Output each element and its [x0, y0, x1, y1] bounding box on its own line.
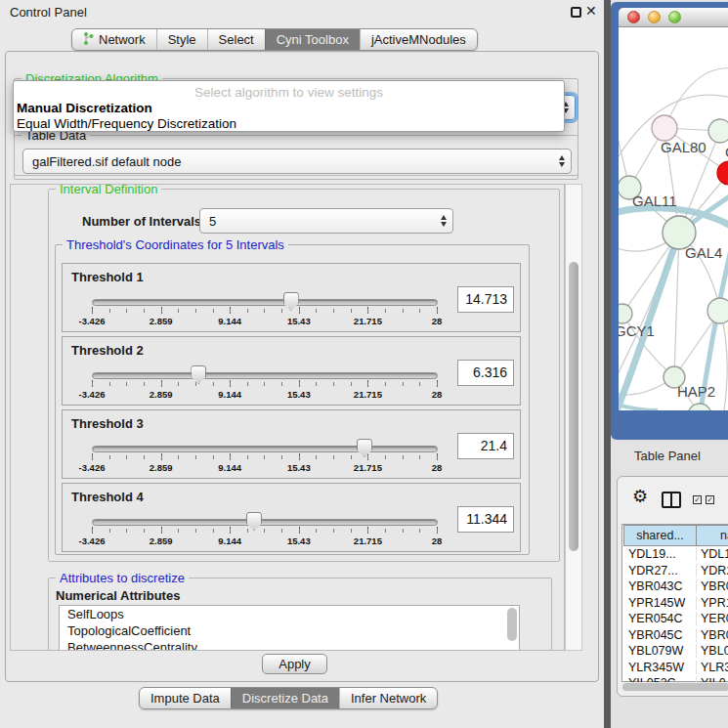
threshold-value-field[interactable]: 6.316	[457, 360, 514, 386]
cell-shared-name: YLR345W	[623, 661, 697, 674]
tick-label: -3.426	[79, 462, 106, 473]
tick-label: 2.859	[150, 316, 173, 326]
slider-minor-ticks	[92, 382, 439, 386]
zoom-traffic-light-icon[interactable]	[668, 11, 681, 23]
table-panel-window: ⚙ ✓ ✓ shared... na YDL19...YDL1 YDR27...…	[617, 476, 728, 697]
tab-infer-network[interactable]: Infer Network	[339, 688, 437, 708]
column-header-shared-name[interactable]: shared...	[623, 525, 697, 546]
list-item[interactable]: BetweennessCentrality	[60, 639, 519, 651]
attributes-group: Attributes to discretize Numerical Attri…	[48, 578, 552, 651]
threshold-label: Threshold 4	[71, 490, 144, 504]
apply-button[interactable]: Apply	[262, 654, 327, 674]
checkbox-icon[interactable]: ✓	[693, 495, 702, 504]
numerical-attributes-list: SelfLoops TopologicalCoefficient Between…	[59, 605, 520, 651]
table-horizontal-scrollbar[interactable]	[621, 682, 728, 692]
node[interactable]	[688, 404, 711, 410]
network-canvas[interactable]: GAL80 G C GAL11 GAL4 GCY1 H HAP2	[619, 27, 728, 410]
threshold-slider-track[interactable]	[92, 299, 438, 306]
table-panel-titlebar[interactable]: Table Panel	[611, 442, 728, 471]
table-data-combobox[interactable]: galFiltered.sif default node	[22, 149, 572, 174]
control-panel-titlebar[interactable]: Control Panel ✕	[0, 0, 604, 23]
tab-select[interactable]: Select	[207, 29, 265, 50]
table-header-row: shared... na	[623, 525, 728, 546]
combo-stepper-icon	[559, 155, 565, 167]
tab-label: jActiveMNodules	[371, 32, 466, 47]
tick-label: 2.859	[150, 389, 173, 400]
tick-label: 28	[432, 316, 443, 326]
split-view-icon[interactable]	[662, 492, 681, 508]
popup-prompt: Select algorithm to view settings	[14, 81, 564, 101]
cell-name: YBR0	[697, 628, 728, 642]
node-label-gcy1: GCY1	[619, 322, 655, 339]
float-window-icon[interactable]	[571, 7, 581, 18]
number-of-intervals-combobox[interactable]: 5	[199, 208, 453, 234]
list-item[interactable]: TopologicalCoefficient	[60, 622, 519, 639]
scrollbar-thumb[interactable]	[622, 683, 728, 691]
node[interactable]	[707, 298, 728, 323]
node-gal80[interactable]	[652, 115, 677, 141]
cell-name: YBL0	[697, 644, 728, 658]
threshold-panel-2: Threshold 2 -3.426 2.859 9.144 15.43 21.…	[62, 336, 521, 406]
threshold-value-field[interactable]: 14.713	[457, 286, 514, 313]
table-row[interactable]: YIL052CYIL0	[623, 675, 728, 682]
network-window-titlebar[interactable]	[619, 8, 728, 27]
tab-style[interactable]: Style	[156, 29, 207, 50]
table-panel-title: Table Panel	[634, 449, 701, 463]
list-scrollbar[interactable]	[507, 608, 517, 641]
list-item[interactable]: SelfLoops	[60, 606, 519, 622]
table-row[interactable]: YBR045CYBR0	[623, 627, 728, 644]
popup-option-manual-discretization[interactable]: Manual Discretization	[14, 101, 564, 116]
table-data-group: Table Data galFiltered.sif default node	[14, 135, 578, 180]
tab-cyni-toolbox[interactable]: Cyni Toolbox	[265, 29, 360, 50]
table-row[interactable]: YPR145WYPR1	[623, 595, 728, 612]
tab-impute-data[interactable]: Impute Data	[140, 688, 231, 708]
threshold-slider-track[interactable]	[92, 519, 438, 526]
table-row[interactable]: YLR345WYLR3	[623, 660, 728, 676]
cell-shared-name: YDR27...	[623, 564, 697, 578]
tab-discretize-data[interactable]: Discretize Data	[231, 688, 339, 708]
node[interactable]	[708, 119, 728, 143]
table-row[interactable]: YDL19...YDL1	[623, 546, 728, 563]
threshold-slider-track[interactable]	[92, 372, 438, 379]
tick-label: 15.43	[287, 316, 311, 326]
cell-shared-name: YER054C	[623, 612, 697, 625]
cell-shared-name: YBL079W	[623, 644, 697, 658]
table-row[interactable]: YER054CYER0	[623, 611, 728, 627]
popup-option-equal-width-frequency[interactable]: Equal Width/Frequency Discretization	[14, 116, 564, 132]
settings-scrollbar-thumb[interactable]	[569, 262, 578, 551]
close-icon[interactable]: ✕	[585, 3, 597, 19]
table-row[interactable]: YBR043CYBR0	[623, 578, 728, 595]
cell-name: YDR2	[697, 564, 728, 578]
node-label-hap2: HAP2	[677, 383, 715, 400]
panel-divider[interactable]	[604, 0, 611, 728]
settings-scrollbar-track[interactable]	[565, 184, 582, 651]
table-row[interactable]: YBL079WYBL0	[623, 643, 728, 660]
group-title: Interval Definition	[56, 184, 161, 196]
column-header-name[interactable]: na	[697, 525, 728, 546]
checkbox-icon[interactable]: ✓	[706, 495, 714, 504]
table-row[interactable]: YDR27...YDR2	[623, 563, 728, 579]
threshold-value-field[interactable]: 11.344	[457, 506, 514, 533]
tab-network[interactable]: Network	[72, 29, 156, 50]
threshold-value-field[interactable]: 21.4	[457, 433, 514, 459]
gear-icon[interactable]: ⚙	[632, 488, 648, 505]
tab-jactivemnodules[interactable]: jActiveMNodules	[360, 29, 477, 50]
tab-label: Impute Data	[150, 691, 220, 706]
threshold-label: Threshold 3	[71, 416, 144, 431]
bottom-tab-bar: Impute Data Discretize Data Infer Networ…	[139, 687, 438, 709]
tick-label: 21.715	[354, 462, 382, 473]
tick-label: 9.144	[218, 316, 241, 326]
close-traffic-light-icon[interactable]	[627, 11, 640, 23]
tick-label: 2.859	[150, 535, 173, 546]
tick-label: 21.715	[354, 316, 382, 326]
node-gcy1[interactable]	[619, 304, 632, 323]
tick-label: -3.426	[79, 535, 106, 546]
node-label-gal80: GAL80	[661, 139, 707, 155]
tick-label: 21.715	[354, 535, 382, 546]
tick-label: 15.43	[287, 535, 311, 546]
node-table: shared... na YDL19...YDL1 YDR27...YDR2 Y…	[621, 524, 728, 682]
slider-minor-ticks	[92, 455, 439, 459]
tick-label: 9.144	[218, 535, 241, 546]
minimize-traffic-light-icon[interactable]	[648, 11, 661, 23]
threshold-slider-track[interactable]	[92, 446, 438, 452]
